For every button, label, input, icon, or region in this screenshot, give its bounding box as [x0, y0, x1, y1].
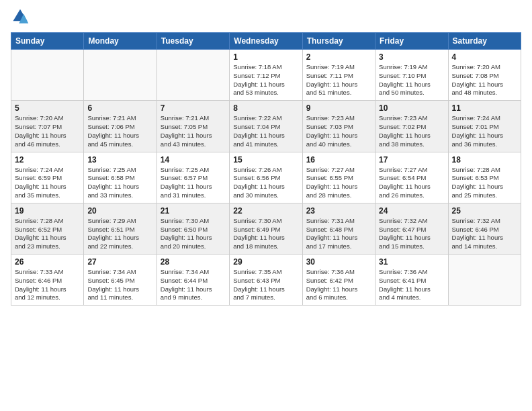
day-info: Sunrise: 7:19 AM Sunset: 7:11 PM Dayligh…: [306, 63, 371, 97]
calendar-week-4: 19Sunrise: 7:28 AM Sunset: 6:52 PM Dayli…: [11, 203, 521, 254]
calendar-cell: 12Sunrise: 7:24 AM Sunset: 6:59 PM Dayli…: [11, 152, 84, 203]
calendar-cell: 16Sunrise: 7:27 AM Sunset: 6:55 PM Dayli…: [302, 152, 375, 203]
day-info: Sunrise: 7:19 AM Sunset: 7:10 PM Dayligh…: [379, 63, 444, 97]
day-info: Sunrise: 7:20 AM Sunset: 7:08 PM Dayligh…: [452, 63, 517, 97]
calendar-cell: [11, 50, 84, 101]
day-number: 4: [452, 52, 517, 62]
day-info: Sunrise: 7:34 AM Sunset: 6:45 PM Dayligh…: [87, 268, 152, 302]
day-info: Sunrise: 7:24 AM Sunset: 7:01 PM Dayligh…: [452, 114, 517, 148]
day-number: 26: [15, 257, 80, 267]
day-number: 19: [15, 206, 80, 216]
day-number: 2: [306, 52, 371, 62]
weekday-header-saturday: Saturday: [448, 33, 521, 50]
day-info: Sunrise: 7:21 AM Sunset: 7:05 PM Dayligh…: [161, 114, 226, 148]
calendar-cell: 7Sunrise: 7:21 AM Sunset: 7:05 PM Daylig…: [157, 101, 229, 152]
page: SundayMondayTuesdayWednesdayThursdayFrid…: [0, 0, 532, 411]
calendar-cell: 20Sunrise: 7:29 AM Sunset: 6:51 PM Dayli…: [84, 203, 157, 254]
calendar-cell: 23Sunrise: 7:31 AM Sunset: 6:48 PM Dayli…: [302, 203, 375, 254]
day-info: Sunrise: 7:30 AM Sunset: 6:49 PM Dayligh…: [233, 217, 298, 251]
day-info: Sunrise: 7:30 AM Sunset: 6:50 PM Dayligh…: [161, 217, 226, 251]
day-info: Sunrise: 7:25 AM Sunset: 6:57 PM Dayligh…: [161, 166, 226, 200]
weekday-header-wednesday: Wednesday: [230, 33, 302, 50]
day-number: 21: [161, 206, 226, 216]
header: [11, 8, 521, 27]
calendar-cell: 19Sunrise: 7:28 AM Sunset: 6:52 PM Dayli…: [11, 203, 84, 254]
calendar-cell: 21Sunrise: 7:30 AM Sunset: 6:50 PM Dayli…: [157, 203, 229, 254]
calendar-cell: 10Sunrise: 7:23 AM Sunset: 7:02 PM Dayli…: [375, 101, 448, 152]
weekday-header-tuesday: Tuesday: [157, 33, 229, 50]
day-number: 17: [379, 155, 444, 165]
calendar-cell: 3Sunrise: 7:19 AM Sunset: 7:10 PM Daylig…: [375, 50, 448, 101]
calendar-cell: 1Sunrise: 7:18 AM Sunset: 7:12 PM Daylig…: [230, 50, 302, 101]
day-number: 3: [379, 52, 444, 62]
day-info: Sunrise: 7:20 AM Sunset: 7:07 PM Dayligh…: [15, 114, 80, 148]
day-info: Sunrise: 7:24 AM Sunset: 6:59 PM Dayligh…: [15, 166, 80, 200]
day-number: 29: [233, 257, 298, 267]
day-number: 28: [161, 257, 226, 267]
day-number: 31: [379, 257, 444, 267]
calendar-cell: 17Sunrise: 7:27 AM Sunset: 6:54 PM Dayli…: [375, 152, 448, 203]
day-info: Sunrise: 7:35 AM Sunset: 6:43 PM Dayligh…: [233, 268, 298, 302]
calendar-cell: 31Sunrise: 7:36 AM Sunset: 6:41 PM Dayli…: [375, 255, 448, 306]
day-info: Sunrise: 7:31 AM Sunset: 6:48 PM Dayligh…: [306, 217, 371, 251]
calendar: SundayMondayTuesdayWednesdayThursdayFrid…: [11, 32, 521, 306]
day-info: Sunrise: 7:28 AM Sunset: 6:52 PM Dayligh…: [15, 217, 80, 251]
calendar-cell: [157, 50, 229, 101]
day-info: Sunrise: 7:33 AM Sunset: 6:46 PM Dayligh…: [15, 268, 80, 302]
calendar-cell: 26Sunrise: 7:33 AM Sunset: 6:46 PM Dayli…: [11, 255, 84, 306]
day-info: Sunrise: 7:29 AM Sunset: 6:51 PM Dayligh…: [87, 217, 152, 251]
day-number: 25: [452, 206, 517, 216]
day-number: 18: [452, 155, 517, 165]
weekday-header-monday: Monday: [84, 33, 157, 50]
day-info: Sunrise: 7:27 AM Sunset: 6:54 PM Dayligh…: [379, 166, 444, 200]
calendar-cell: 5Sunrise: 7:20 AM Sunset: 7:07 PM Daylig…: [11, 101, 84, 152]
day-number: 23: [306, 206, 371, 216]
calendar-cell: 22Sunrise: 7:30 AM Sunset: 6:49 PM Dayli…: [230, 203, 302, 254]
calendar-cell: 6Sunrise: 7:21 AM Sunset: 7:06 PM Daylig…: [84, 101, 157, 152]
day-number: 5: [15, 103, 80, 113]
weekday-header-sunday: Sunday: [11, 33, 84, 50]
calendar-cell: 11Sunrise: 7:24 AM Sunset: 7:01 PM Dayli…: [448, 101, 521, 152]
weekday-header-row: SundayMondayTuesdayWednesdayThursdayFrid…: [11, 33, 521, 50]
day-info: Sunrise: 7:21 AM Sunset: 7:06 PM Dayligh…: [87, 114, 152, 148]
day-info: Sunrise: 7:23 AM Sunset: 7:03 PM Dayligh…: [306, 114, 371, 148]
calendar-cell: [448, 255, 521, 306]
day-number: 15: [233, 155, 298, 165]
day-info: Sunrise: 7:34 AM Sunset: 6:44 PM Dayligh…: [161, 268, 226, 302]
day-number: 27: [87, 257, 152, 267]
day-number: 24: [379, 206, 444, 216]
calendar-cell: 9Sunrise: 7:23 AM Sunset: 7:03 PM Daylig…: [302, 101, 375, 152]
day-info: Sunrise: 7:27 AM Sunset: 6:55 PM Dayligh…: [306, 166, 371, 200]
day-number: 12: [15, 155, 80, 165]
calendar-cell: 18Sunrise: 7:28 AM Sunset: 6:53 PM Dayli…: [448, 152, 521, 203]
day-info: Sunrise: 7:36 AM Sunset: 6:41 PM Dayligh…: [379, 268, 444, 302]
logo-icon: [11, 8, 30, 27]
calendar-week-2: 5Sunrise: 7:20 AM Sunset: 7:07 PM Daylig…: [11, 101, 521, 152]
calendar-cell: 30Sunrise: 7:36 AM Sunset: 6:42 PM Dayli…: [302, 255, 375, 306]
day-number: 9: [306, 103, 371, 113]
day-info: Sunrise: 7:36 AM Sunset: 6:42 PM Dayligh…: [306, 268, 371, 302]
calendar-week-1: 1Sunrise: 7:18 AM Sunset: 7:12 PM Daylig…: [11, 50, 521, 101]
day-number: 13: [87, 155, 152, 165]
day-number: 10: [379, 103, 444, 113]
day-number: 8: [233, 103, 298, 113]
day-number: 30: [306, 257, 371, 267]
calendar-cell: 29Sunrise: 7:35 AM Sunset: 6:43 PM Dayli…: [230, 255, 302, 306]
day-number: 6: [87, 103, 152, 113]
calendar-cell: 24Sunrise: 7:32 AM Sunset: 6:47 PM Dayli…: [375, 203, 448, 254]
calendar-cell: 27Sunrise: 7:34 AM Sunset: 6:45 PM Dayli…: [84, 255, 157, 306]
calendar-week-5: 26Sunrise: 7:33 AM Sunset: 6:46 PM Dayli…: [11, 255, 521, 306]
calendar-cell: 8Sunrise: 7:22 AM Sunset: 7:04 PM Daylig…: [230, 101, 302, 152]
calendar-week-3: 12Sunrise: 7:24 AM Sunset: 6:59 PM Dayli…: [11, 152, 521, 203]
calendar-cell: 25Sunrise: 7:32 AM Sunset: 6:46 PM Dayli…: [448, 203, 521, 254]
day-info: Sunrise: 7:23 AM Sunset: 7:02 PM Dayligh…: [379, 114, 444, 148]
weekday-header-friday: Friday: [375, 33, 448, 50]
day-info: Sunrise: 7:26 AM Sunset: 6:56 PM Dayligh…: [233, 166, 298, 200]
day-number: 1: [233, 52, 298, 62]
calendar-cell: [84, 50, 157, 101]
day-number: 7: [161, 103, 226, 113]
day-info: Sunrise: 7:18 AM Sunset: 7:12 PM Dayligh…: [233, 63, 298, 97]
day-number: 11: [452, 103, 517, 113]
day-number: 16: [306, 155, 371, 165]
weekday-header-thursday: Thursday: [302, 33, 375, 50]
